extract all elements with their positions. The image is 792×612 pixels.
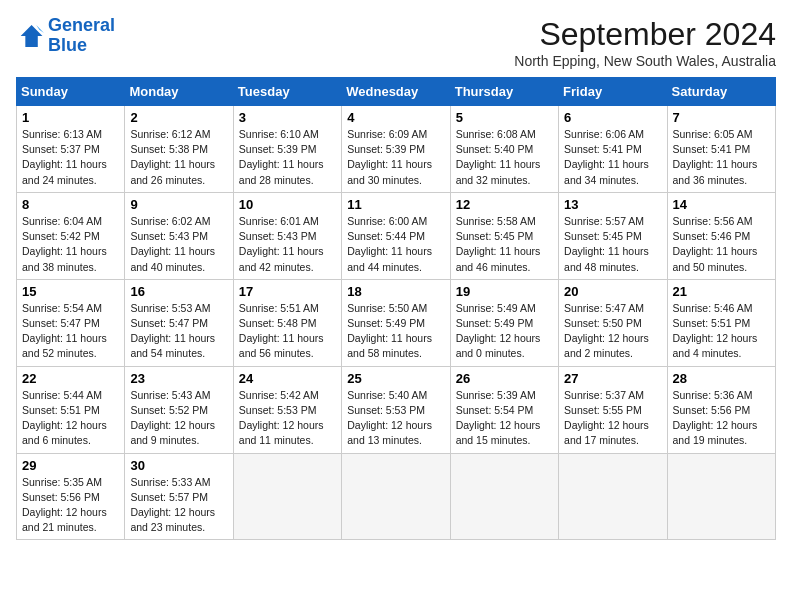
day-info: Sunrise: 6:12 AMSunset: 5:38 PMDaylight:…: [130, 127, 227, 188]
day-number: 26: [456, 371, 553, 386]
calendar-cell: 29Sunrise: 5:35 AMSunset: 5:56 PMDayligh…: [17, 453, 125, 540]
day-number: 2: [130, 110, 227, 125]
day-number: 20: [564, 284, 661, 299]
calendar-cell: 16Sunrise: 5:53 AMSunset: 5:47 PMDayligh…: [125, 279, 233, 366]
calendar-cell: [667, 453, 775, 540]
calendar-cell: 18Sunrise: 5:50 AMSunset: 5:49 PMDayligh…: [342, 279, 450, 366]
header-day: Monday: [125, 78, 233, 106]
calendar-cell: 10Sunrise: 6:01 AMSunset: 5:43 PMDayligh…: [233, 192, 341, 279]
day-number: 6: [564, 110, 661, 125]
header-day: Tuesday: [233, 78, 341, 106]
day-number: 1: [22, 110, 119, 125]
calendar-cell: 19Sunrise: 5:49 AMSunset: 5:49 PMDayligh…: [450, 279, 558, 366]
day-info: Sunrise: 5:36 AMSunset: 5:56 PMDaylight:…: [673, 388, 770, 449]
day-number: 13: [564, 197, 661, 212]
day-info: Sunrise: 5:54 AMSunset: 5:47 PMDaylight:…: [22, 301, 119, 362]
day-number: 21: [673, 284, 770, 299]
logo-line1: General: [48, 15, 115, 35]
calendar-cell: [450, 453, 558, 540]
day-number: 27: [564, 371, 661, 386]
day-info: Sunrise: 5:58 AMSunset: 5:45 PMDaylight:…: [456, 214, 553, 275]
day-number: 25: [347, 371, 444, 386]
day-number: 11: [347, 197, 444, 212]
day-info: Sunrise: 5:49 AMSunset: 5:49 PMDaylight:…: [456, 301, 553, 362]
day-info: Sunrise: 5:40 AMSunset: 5:53 PMDaylight:…: [347, 388, 444, 449]
day-info: Sunrise: 6:08 AMSunset: 5:40 PMDaylight:…: [456, 127, 553, 188]
day-number: 18: [347, 284, 444, 299]
day-number: 16: [130, 284, 227, 299]
day-info: Sunrise: 5:43 AMSunset: 5:52 PMDaylight:…: [130, 388, 227, 449]
day-number: 3: [239, 110, 336, 125]
day-number: 29: [22, 458, 119, 473]
logo: General Blue: [16, 16, 115, 56]
calendar-cell: 23Sunrise: 5:43 AMSunset: 5:52 PMDayligh…: [125, 366, 233, 453]
day-info: Sunrise: 5:46 AMSunset: 5:51 PMDaylight:…: [673, 301, 770, 362]
calendar-week-row: 15Sunrise: 5:54 AMSunset: 5:47 PMDayligh…: [17, 279, 776, 366]
logo-text: General Blue: [48, 16, 115, 56]
calendar-cell: 11Sunrise: 6:00 AMSunset: 5:44 PMDayligh…: [342, 192, 450, 279]
day-number: 12: [456, 197, 553, 212]
header-day: Wednesday: [342, 78, 450, 106]
calendar-title: September 2024: [514, 16, 776, 53]
calendar-cell: 24Sunrise: 5:42 AMSunset: 5:53 PMDayligh…: [233, 366, 341, 453]
calendar-cell: 4Sunrise: 6:09 AMSunset: 5:39 PMDaylight…: [342, 106, 450, 193]
logo-line2: Blue: [48, 35, 87, 55]
day-info: Sunrise: 6:02 AMSunset: 5:43 PMDaylight:…: [130, 214, 227, 275]
calendar-cell: 27Sunrise: 5:37 AMSunset: 5:55 PMDayligh…: [559, 366, 667, 453]
day-info: Sunrise: 5:53 AMSunset: 5:47 PMDaylight:…: [130, 301, 227, 362]
day-number: 10: [239, 197, 336, 212]
calendar-week-row: 1Sunrise: 6:13 AMSunset: 5:37 PMDaylight…: [17, 106, 776, 193]
day-info: Sunrise: 6:04 AMSunset: 5:42 PMDaylight:…: [22, 214, 119, 275]
day-info: Sunrise: 5:51 AMSunset: 5:48 PMDaylight:…: [239, 301, 336, 362]
calendar-cell: 25Sunrise: 5:40 AMSunset: 5:53 PMDayligh…: [342, 366, 450, 453]
calendar-cell: 28Sunrise: 5:36 AMSunset: 5:56 PMDayligh…: [667, 366, 775, 453]
calendar-cell: 2Sunrise: 6:12 AMSunset: 5:38 PMDaylight…: [125, 106, 233, 193]
day-number: 9: [130, 197, 227, 212]
logo-icon: [16, 22, 44, 50]
day-info: Sunrise: 6:13 AMSunset: 5:37 PMDaylight:…: [22, 127, 119, 188]
calendar-week-row: 22Sunrise: 5:44 AMSunset: 5:51 PMDayligh…: [17, 366, 776, 453]
calendar-cell: 22Sunrise: 5:44 AMSunset: 5:51 PMDayligh…: [17, 366, 125, 453]
calendar-cell: [559, 453, 667, 540]
day-number: 30: [130, 458, 227, 473]
calendar-cell: 3Sunrise: 6:10 AMSunset: 5:39 PMDaylight…: [233, 106, 341, 193]
calendar-subtitle: North Epping, New South Wales, Australia: [514, 53, 776, 69]
day-info: Sunrise: 5:57 AMSunset: 5:45 PMDaylight:…: [564, 214, 661, 275]
calendar-cell: 17Sunrise: 5:51 AMSunset: 5:48 PMDayligh…: [233, 279, 341, 366]
calendar-cell: 21Sunrise: 5:46 AMSunset: 5:51 PMDayligh…: [667, 279, 775, 366]
calendar-cell: 26Sunrise: 5:39 AMSunset: 5:54 PMDayligh…: [450, 366, 558, 453]
calendar-week-row: 8Sunrise: 6:04 AMSunset: 5:42 PMDaylight…: [17, 192, 776, 279]
day-info: Sunrise: 5:33 AMSunset: 5:57 PMDaylight:…: [130, 475, 227, 536]
calendar-cell: [342, 453, 450, 540]
day-info: Sunrise: 6:10 AMSunset: 5:39 PMDaylight:…: [239, 127, 336, 188]
day-number: 8: [22, 197, 119, 212]
header-day: Thursday: [450, 78, 558, 106]
day-number: 4: [347, 110, 444, 125]
day-number: 5: [456, 110, 553, 125]
day-info: Sunrise: 5:47 AMSunset: 5:50 PMDaylight:…: [564, 301, 661, 362]
day-info: Sunrise: 6:09 AMSunset: 5:39 PMDaylight:…: [347, 127, 444, 188]
calendar-cell: 6Sunrise: 6:06 AMSunset: 5:41 PMDaylight…: [559, 106, 667, 193]
day-info: Sunrise: 5:42 AMSunset: 5:53 PMDaylight:…: [239, 388, 336, 449]
day-number: 7: [673, 110, 770, 125]
calendar-week-row: 29Sunrise: 5:35 AMSunset: 5:56 PMDayligh…: [17, 453, 776, 540]
day-info: Sunrise: 5:50 AMSunset: 5:49 PMDaylight:…: [347, 301, 444, 362]
day-info: Sunrise: 5:44 AMSunset: 5:51 PMDaylight:…: [22, 388, 119, 449]
calendar-cell: [233, 453, 341, 540]
day-info: Sunrise: 5:37 AMSunset: 5:55 PMDaylight:…: [564, 388, 661, 449]
calendar-cell: 12Sunrise: 5:58 AMSunset: 5:45 PMDayligh…: [450, 192, 558, 279]
day-number: 15: [22, 284, 119, 299]
calendar-cell: 15Sunrise: 5:54 AMSunset: 5:47 PMDayligh…: [17, 279, 125, 366]
calendar-cell: 20Sunrise: 5:47 AMSunset: 5:50 PMDayligh…: [559, 279, 667, 366]
calendar-table: SundayMondayTuesdayWednesdayThursdayFrid…: [16, 77, 776, 540]
title-area: September 2024 North Epping, New South W…: [514, 16, 776, 69]
calendar-cell: 5Sunrise: 6:08 AMSunset: 5:40 PMDaylight…: [450, 106, 558, 193]
calendar-cell: 7Sunrise: 6:05 AMSunset: 5:41 PMDaylight…: [667, 106, 775, 193]
calendar-cell: 13Sunrise: 5:57 AMSunset: 5:45 PMDayligh…: [559, 192, 667, 279]
day-number: 22: [22, 371, 119, 386]
header-row: SundayMondayTuesdayWednesdayThursdayFrid…: [17, 78, 776, 106]
day-info: Sunrise: 5:39 AMSunset: 5:54 PMDaylight:…: [456, 388, 553, 449]
page-header: General Blue September 2024 North Epping…: [16, 16, 776, 69]
day-number: 19: [456, 284, 553, 299]
calendar-cell: 30Sunrise: 5:33 AMSunset: 5:57 PMDayligh…: [125, 453, 233, 540]
